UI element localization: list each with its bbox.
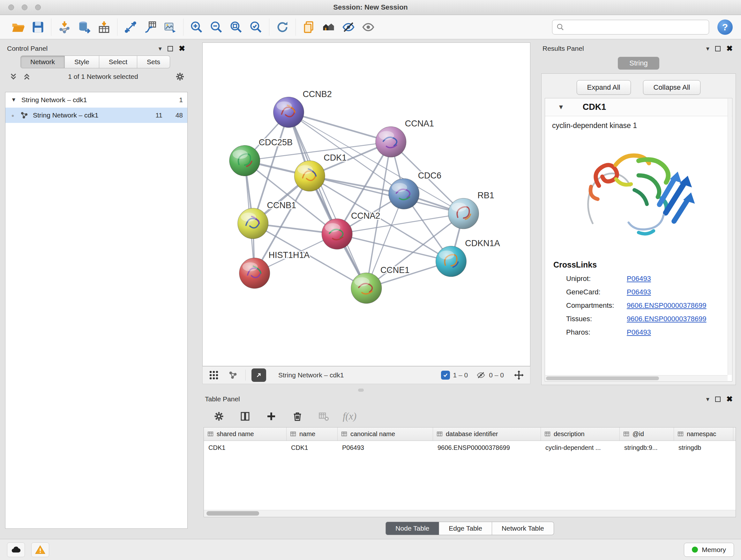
crosslink-link[interactable]: 9606.ENSP00000378699	[627, 315, 706, 323]
crosslink-link[interactable]: P06493	[627, 328, 651, 336]
column-header--id[interactable]: @id	[620, 428, 674, 441]
gear-icon[interactable]	[175, 71, 185, 82]
table-settings-gear-icon[interactable]	[212, 409, 226, 423]
tab-sets[interactable]: Sets	[137, 56, 170, 68]
table-panel-float-icon[interactable]	[715, 396, 721, 402]
show-columns-icon[interactable]	[238, 409, 252, 423]
tab-select[interactable]: Select	[99, 56, 137, 68]
network-node-ccne1[interactable]	[351, 273, 382, 304]
export-image-button[interactable]	[161, 18, 179, 36]
tree-collapse-icon[interactable]: ▼	[10, 97, 17, 103]
crosslink-link[interactable]: P06493	[627, 288, 651, 296]
network-list-icon[interactable]	[226, 368, 240, 382]
network-collection-row[interactable]: ▼ String Network – cdk1 1	[5, 92, 187, 108]
column-header-description[interactable]: description	[541, 428, 620, 441]
network-canvas[interactable]: CCNB2CCNA1CDC25BCDK1CDC6RB1CCNB1CCNA2CDK…	[202, 43, 530, 366]
collapse-all-button[interactable]: Collapse All	[643, 80, 701, 95]
detach-view-button[interactable]	[252, 368, 266, 382]
table-cell[interactable]: 9606.ENSP00000378699	[433, 441, 541, 454]
network-row[interactable]: ● String Network – cdk1 11 48	[5, 108, 187, 123]
search-input[interactable]	[568, 23, 705, 31]
card-vertical-scrollbar[interactable]	[728, 99, 732, 375]
warnings-button[interactable]	[31, 543, 49, 557]
table-cell[interactable]: stringdb	[674, 441, 733, 454]
zoom-fit-button[interactable]	[227, 18, 245, 36]
panel-resize-handle[interactable]	[358, 388, 364, 392]
results-panel-float-icon[interactable]	[715, 46, 721, 51]
tab-string[interactable]: String	[618, 57, 659, 70]
crosslink-link[interactable]: 9606.ENSP00000378699	[627, 301, 706, 310]
open-session-button[interactable]	[10, 18, 27, 36]
selected-checkbox-icon[interactable]	[441, 371, 450, 380]
grid-view-icon[interactable]	[207, 368, 220, 382]
tab-edge-table[interactable]: Edge Table	[439, 522, 492, 535]
apply-layout-button[interactable]	[274, 18, 291, 36]
network-node-cdkn1a[interactable]	[436, 246, 467, 277]
network-node-cdc25b[interactable]	[229, 145, 260, 176]
save-session-button[interactable]	[29, 18, 47, 36]
zoom-out-button[interactable]	[208, 18, 225, 36]
delete-table-icon[interactable]	[317, 409, 331, 423]
control-panel-close-icon[interactable]: ✖	[179, 45, 185, 52]
table-row[interactable]: CDK1CDK1P064939606.ENSP00000378699cyclin…	[204, 441, 736, 454]
network-node-ccnb2[interactable]	[273, 97, 304, 128]
duplicate-network-button[interactable]	[300, 18, 318, 36]
zoom-selected-button[interactable]	[247, 18, 265, 36]
network-node-ccna2[interactable]	[322, 219, 352, 249]
network-node-hist1h1a[interactable]	[239, 258, 270, 289]
network-overview-button[interactable]	[320, 18, 337, 36]
table-cell[interactable]: CDK1	[286, 441, 338, 454]
network-node-ccnb1[interactable]	[238, 208, 268, 239]
tab-node-table[interactable]: Node Table	[386, 522, 439, 535]
memory-button[interactable]: Memory	[684, 543, 734, 557]
zoom-in-button[interactable]	[188, 18, 205, 36]
results-panel-close-icon[interactable]: ✖	[726, 45, 733, 52]
minimize-window-button[interactable]	[22, 4, 27, 10]
column-header-namespac[interactable]: namespac	[674, 428, 733, 441]
hide-selected-button[interactable]	[340, 18, 357, 36]
results-panel-menu-icon[interactable]: ▾	[706, 45, 710, 52]
table-cell[interactable]: P06493	[338, 441, 433, 454]
protein-card-collapse-icon[interactable]: ▼	[558, 104, 564, 111]
pan-move-icon[interactable]	[512, 368, 526, 382]
table-horizontal-scrollbar[interactable]	[204, 510, 736, 517]
function-builder-icon[interactable]: f(x)	[343, 411, 356, 422]
control-panel-float-icon[interactable]	[167, 46, 173, 51]
network-node-cdc6[interactable]	[389, 179, 419, 209]
table-panel-close-icon[interactable]: ✖	[726, 395, 733, 403]
import-network-file-button[interactable]	[56, 18, 73, 36]
help-button[interactable]: ?	[718, 19, 733, 35]
column-header-database-identifier[interactable]: database identifier	[433, 428, 541, 441]
network-node-ccna1[interactable]	[376, 126, 406, 157]
column-header-name[interactable]: name	[286, 428, 338, 441]
tab-network[interactable]: Network	[20, 56, 65, 68]
tab-style[interactable]: Style	[65, 56, 99, 68]
new-network-button[interactable]	[122, 18, 139, 36]
column-header-shared-name[interactable]: shared name	[204, 428, 286, 441]
card-horizontal-scrollbar[interactable]	[545, 375, 728, 381]
network-edge[interactable]	[288, 112, 366, 288]
crosslink-link[interactable]: P06493	[627, 274, 651, 283]
tab-network-table[interactable]: Network Table	[492, 522, 554, 535]
delete-column-trash-icon[interactable]	[290, 409, 305, 423]
expand-all-button[interactable]: Expand All	[577, 80, 631, 95]
import-network-database-button[interactable]	[76, 18, 93, 36]
network-node-cdk1[interactable]	[294, 161, 325, 191]
network-edge[interactable]	[337, 234, 451, 261]
network-node-rb1[interactable]	[448, 198, 479, 229]
table-cell[interactable]: stringdb:9...	[620, 441, 674, 454]
zoom-window-button[interactable]	[35, 4, 41, 10]
cloud-sync-button[interactable]	[7, 543, 25, 557]
show-all-button[interactable]	[360, 18, 377, 36]
table-cell[interactable]: cyclin-dependent ...	[541, 441, 620, 454]
column-header-canonical-name[interactable]: canonical name	[338, 428, 433, 441]
expand-all-icon[interactable]	[22, 72, 31, 81]
import-table-button[interactable]	[95, 18, 113, 36]
export-table-button[interactable]	[142, 18, 159, 36]
collapse-all-icon[interactable]	[9, 72, 18, 81]
control-panel-menu-icon[interactable]: ▾	[158, 45, 162, 52]
close-window-button[interactable]	[8, 4, 14, 10]
table-cell[interactable]: CDK1	[204, 441, 286, 454]
add-column-icon[interactable]	[264, 409, 278, 423]
table-panel-menu-icon[interactable]: ▾	[706, 395, 710, 403]
